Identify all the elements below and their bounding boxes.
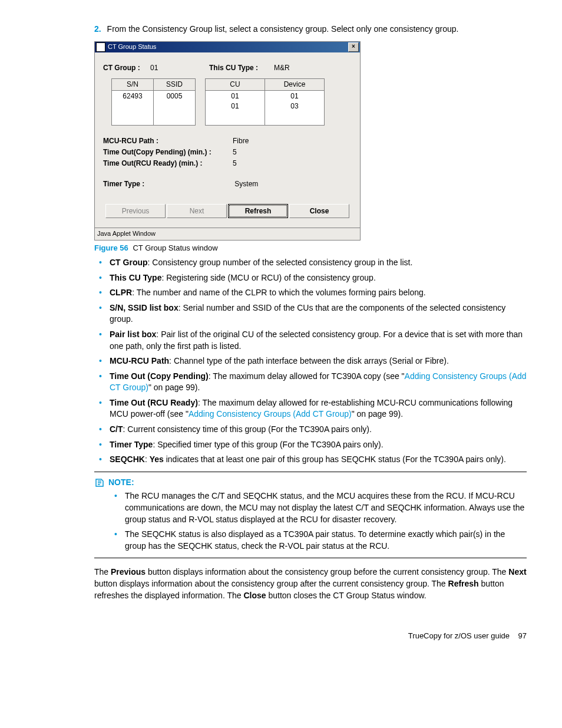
td-cu[interactable]: 01 01 xyxy=(206,91,265,126)
step-text: From the Consistency Group list, select … xyxy=(107,24,459,34)
next-button[interactable]: Next xyxy=(167,204,227,218)
th-sn: S/N xyxy=(112,79,154,91)
footer-title: TrueCopy for z/OS user guide xyxy=(408,631,510,640)
note-block: NOTE: The RCU manages the C/T and SEQCHK… xyxy=(94,477,527,552)
th-cu: CU xyxy=(206,79,265,91)
divider xyxy=(94,558,527,558)
note-label: NOTE: xyxy=(108,477,134,489)
td-ssid[interactable]: 0005 xyxy=(154,91,196,126)
refresh-button[interactable]: Refresh xyxy=(228,204,288,218)
titlebar: CT Group Status × xyxy=(95,42,360,52)
note-icon xyxy=(94,477,105,488)
list-item: CT Group: Consistency group number of th… xyxy=(110,257,527,269)
description-list: CT Group: Consistency group number of th… xyxy=(94,257,527,466)
page-number: 97 xyxy=(518,631,527,640)
close-button[interactable]: Close xyxy=(289,204,349,218)
close-icon[interactable]: × xyxy=(348,42,359,52)
step-number: 2. xyxy=(94,24,101,34)
timeout-ready-label: Time Out(RCU Ready) (min.) : xyxy=(103,159,233,169)
list-item: SEQCHK: Yes indicates that at least one … xyxy=(110,454,527,466)
list-item: Pair list box: Pair list of the original… xyxy=(110,329,527,352)
sn-ssid-table: S/N SSID 62493 0005 xyxy=(111,78,196,126)
ct-group-label: CT Group : xyxy=(103,63,150,73)
mcu-rcu-value: Fibre xyxy=(233,136,249,146)
figure-caption: Figure 56 CT Group Status window xyxy=(94,243,527,253)
ct-group-value: 01 xyxy=(150,63,209,73)
window-title: CT Group Status xyxy=(108,42,348,51)
list-item: Time Out (Copy Pending): The maximum del… xyxy=(110,371,527,394)
td-sn[interactable]: 62493 xyxy=(112,91,154,126)
page-footer: TrueCopy for z/OS user guide 97 xyxy=(35,631,527,641)
list-item: MCU-RCU Path: Channel type of the path i… xyxy=(110,355,527,367)
note-item: The SEQCHK status is also displayed as a… xyxy=(125,529,527,552)
timeout-pending-value: 5 xyxy=(233,147,237,157)
timeout-ready-value: 5 xyxy=(233,159,237,169)
timer-type-value: System xyxy=(234,180,258,188)
th-device: Device xyxy=(265,79,325,91)
figure-text: CT Group Status window xyxy=(133,243,217,252)
step-instruction: 2. From the Consistency Group list, sele… xyxy=(94,24,527,35)
list-item: This CU Type: Registering side (MCU or R… xyxy=(110,272,527,284)
list-item: CLPR: The number and name of the CLPR to… xyxy=(110,287,527,299)
cu-type-value: M&R xyxy=(274,63,290,73)
list-item: S/N, SSID list box: Serial number and SS… xyxy=(110,302,527,325)
cu-device-table: CU Device 01 01 01 03 xyxy=(205,78,325,126)
note-item: The RCU manages the C/T and SEQCHK statu… xyxy=(125,490,527,525)
previous-button[interactable]: Previous xyxy=(105,204,166,218)
divider xyxy=(94,472,527,472)
figure-number: Figure 56 xyxy=(94,243,128,252)
th-ssid: SSID xyxy=(154,79,196,91)
cu-type-label: This CU Type : xyxy=(209,63,274,73)
link[interactable]: Adding Consistency Groups (Add CT Group) xyxy=(189,409,352,419)
list-item: Timer Type: Specified timer type of this… xyxy=(110,439,527,451)
status-bar: Java Applet Window xyxy=(95,228,360,239)
td-device[interactable]: 01 03 xyxy=(265,91,325,126)
list-item: C/T: Current consistency time of this gr… xyxy=(110,424,527,436)
ct-group-status-dialog: CT Group Status × CT Group : 01 This CU … xyxy=(94,41,361,241)
timeout-pending-label: Time Out(Copy Pending) (min.) : xyxy=(103,147,233,157)
mcu-rcu-label: MCU-RCU Path : xyxy=(103,136,233,146)
list-item: Time Out (RCU Ready): The maximum delay … xyxy=(110,397,527,420)
buttons-paragraph: The Previous button displays information… xyxy=(94,566,527,601)
timer-type-label: Timer Type : xyxy=(103,179,233,189)
window-icon xyxy=(96,42,105,52)
